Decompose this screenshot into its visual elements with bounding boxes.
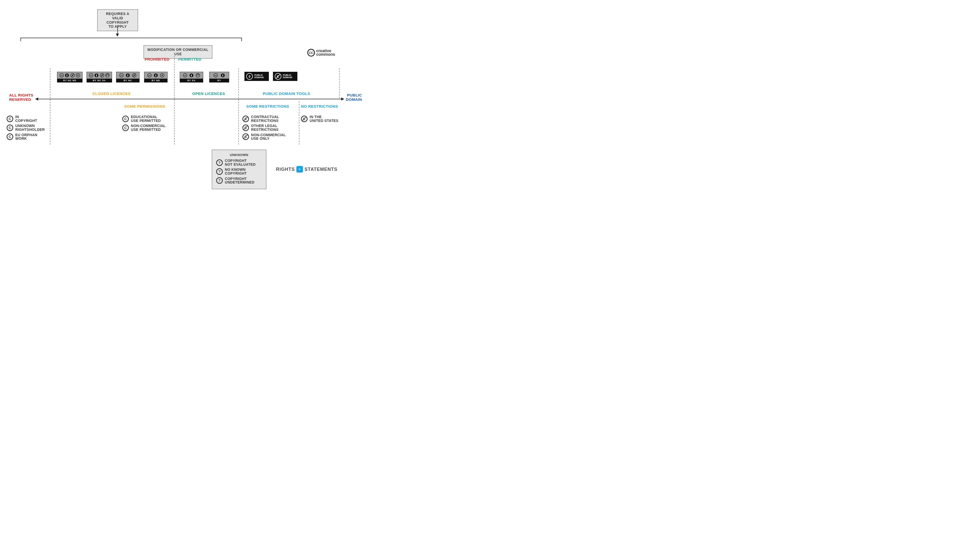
svg-marker-20	[107, 75, 107, 76]
rights-item: ?COPYRIGHTUNDETERMINED	[216, 177, 262, 184]
svg-rect-25	[127, 75, 128, 76]
dash-4	[299, 101, 299, 145]
col-no-restrictions: CIN THEUNITED STATES	[301, 115, 347, 124]
rights-item-label: IN THEUNITED STATES	[310, 115, 338, 122]
by-icon	[154, 73, 158, 78]
svg-rect-4	[67, 75, 67, 76]
bracket-right	[241, 38, 242, 41]
axis-arrow-right	[341, 97, 344, 100]
svg-rect-41	[191, 75, 192, 76]
svg-text:cc: cc	[184, 74, 186, 76]
svg-text:cc: cc	[121, 74, 123, 76]
zero-icon: 0	[246, 73, 253, 79]
by-icon	[65, 73, 69, 78]
rights-item-label: EU ORPHANWORK	[15, 133, 37, 140]
svg-text:cc: cc	[90, 74, 92, 76]
rights-item-label: NO KNOWNCOPYRIGHT	[225, 168, 247, 175]
rights-item-label: CONTRACTUALRESTRICTIONS	[251, 115, 279, 122]
rights-item-label: UNKNOWNRIGHTSHOLDER	[15, 124, 45, 131]
by-icon	[189, 73, 194, 78]
rights-item: COTHER LEGALRESTRICTIONS	[242, 124, 296, 131]
by-icon	[221, 73, 225, 78]
pd-mark-badge: C PUBLICDOMAIN	[273, 72, 298, 81]
cc-icon: cc	[89, 73, 94, 78]
svg-rect-33	[156, 75, 156, 76]
sa-icon	[196, 73, 200, 78]
rights-item: CUNKNOWNRIGHTSHOLDER	[6, 124, 52, 131]
nd-icon	[160, 73, 164, 78]
question-icon: ?	[216, 177, 223, 184]
svg-point-34	[161, 73, 164, 77]
rights-item-label: NON-COMMERCIALUSE PERMITTED	[131, 124, 165, 131]
rights-statements-logo: RIGHTS ≡ STATEMENTS	[276, 166, 337, 173]
no-copyright-icon: C	[242, 133, 249, 140]
svg-rect-48	[223, 75, 223, 76]
rights-item: CIN THEUNITED STATES	[301, 115, 347, 122]
svg-text:cc: cc	[215, 74, 216, 76]
col-in-copyright: CINCOPYRIGHTCUNKNOWNRIGHTSHOLDERCEU ORPH…	[6, 115, 52, 142]
copyright-icon: C	[6, 133, 13, 140]
cc-words: creative commons	[316, 49, 335, 57]
all-rights-reserved-label: ALL RIGHTS RESERVED	[9, 93, 33, 102]
no-copyright-icon: C	[301, 116, 307, 122]
rights-item: ?COPYRIGHTNOT EVALUATED	[216, 159, 262, 166]
rights-item-label: COPYRIGHTUNDETERMINED	[225, 177, 255, 184]
closed-licences-label: CLOSED LICENCES	[92, 92, 130, 96]
copyright-icon: C	[6, 116, 13, 122]
dash-3	[238, 68, 239, 145]
unknown-box: UNKNOWN ?COPYRIGHTNOT EVALUATED?NO KNOWN…	[212, 150, 266, 189]
cc-icon: cc	[59, 73, 64, 78]
nc-icon: $	[70, 73, 75, 78]
svg-marker-43	[197, 75, 197, 76]
top-box-line2: VALID COPYRIGHT	[107, 16, 129, 24]
top-box-line1: REQUIRES A	[106, 12, 129, 16]
dash-5	[339, 68, 340, 98]
nc-icon: $	[132, 73, 137, 78]
cc-icon: cc	[147, 73, 152, 78]
rs-right: STATEMENTS	[304, 167, 337, 172]
rights-item: CEU ORPHANWORK	[6, 133, 52, 140]
copyright-icon: C	[6, 124, 13, 131]
some-permissions-label: SOME PERMISSIONS	[124, 104, 165, 109]
svg-rect-15	[96, 75, 97, 76]
rs-left: RIGHTS	[276, 167, 295, 172]
mod-commercial-label: MODIFICATION OR COMMERCIAL USE	[148, 48, 208, 56]
permitted-label: PERMITTED	[178, 57, 201, 62]
no-copyright-icon: C	[242, 124, 249, 131]
pd-label: PUBLICDOMAIN	[283, 74, 292, 79]
public-domain-label: PUBLIC DOMAIN	[346, 93, 362, 102]
rights-item-label: OTHER LEGALRESTRICTIONS	[251, 124, 278, 131]
pd-label: PUBLICDOMAIN	[255, 74, 264, 79]
nc-icon: $	[100, 73, 104, 78]
bracket-left	[21, 38, 21, 41]
license-by: cc BY	[209, 72, 229, 83]
nd-icon	[76, 73, 80, 78]
rights-item-label: EDUCATIONALUSE PERMITTED	[131, 115, 161, 122]
question-icon: ?	[216, 159, 223, 166]
by-icon	[126, 73, 130, 78]
arrow-top-down	[116, 33, 119, 37]
svg-text:cc: cc	[60, 74, 62, 76]
axis	[38, 99, 342, 99]
svg-text:cc: cc	[148, 74, 151, 76]
rights-item-label: INCOPYRIGHT	[15, 115, 37, 122]
rights-item: CEDUCATIONALUSE PERMITTED	[122, 115, 176, 122]
connector-top-down	[118, 25, 118, 35]
license-by-nc-nd: cc $ BY NC ND	[57, 72, 83, 83]
no-restrictions-label: NO RESTRICTIONS	[301, 104, 338, 109]
sa-icon	[105, 73, 110, 78]
license-by-nc-sa: cc $ BY NC SA	[87, 72, 112, 83]
col-some-restrictions: CCONTRACTUALRESTRICTIONSCOTHER LEGALREST…	[242, 115, 296, 142]
cc-icon: CC	[307, 49, 315, 57]
license-by-nd: cc BY ND	[144, 72, 167, 83]
cc-logo: CC creative commons	[307, 49, 335, 57]
unknown-title: UNKNOWN	[216, 153, 262, 157]
rights-item-label: NON-COMMERCIALUSE ONLY	[251, 133, 286, 140]
rights-item: CCONTRACTUALRESTRICTIONS	[242, 115, 296, 122]
no-copyright-icon: C	[242, 116, 249, 122]
svg-point-24	[127, 74, 128, 75]
svg-point-32	[156, 74, 156, 75]
col-some-permissions: CEDUCATIONALUSE PERMITTEDCNON-COMMERCIAL…	[122, 115, 176, 133]
svg-point-8	[76, 73, 80, 77]
copyright-icon: C	[122, 124, 129, 131]
